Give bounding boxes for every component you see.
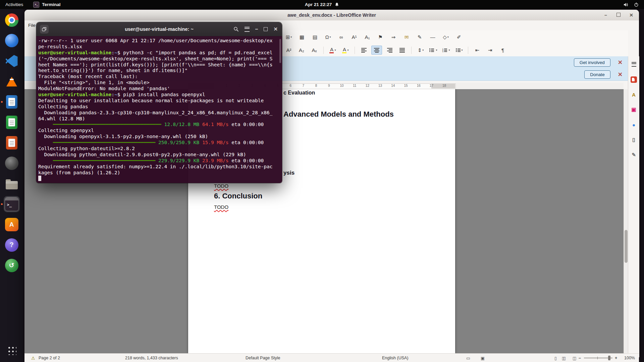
dock-chrome[interactable] — [4, 12, 20, 28]
infobar-close-icon[interactable]: ✕ — [618, 71, 623, 78]
draw-functions-icon[interactable]: ✐ — [453, 33, 464, 42]
basic-shapes-icon[interactable]: ◇▾ — [440, 33, 451, 42]
writer-minimize-button[interactable]: – — [603, 12, 609, 18]
heading-partial-analysis: ysis — [283, 170, 294, 176]
insert-footnote-icon[interactable]: A¹ — [349, 33, 360, 42]
track-changes-icon[interactable]: ✎ — [414, 33, 425, 42]
sidebar-menu-icon[interactable] — [630, 60, 638, 68]
formatting-marks-icon[interactable]: ¶ — [497, 46, 508, 55]
system-tray[interactable] — [623, 2, 644, 7]
writer-close-button[interactable]: ✕ — [628, 12, 634, 18]
terminal-line: File "<string>", line 1, in <module> — [38, 80, 282, 86]
hamburger-menu-icon[interactable] — [245, 27, 250, 32]
activities-button[interactable]: Activities — [5, 2, 23, 7]
styles-deck-icon[interactable]: ▣ — [630, 106, 638, 114]
dock-gimp[interactable] — [4, 155, 20, 171]
dock-vlc[interactable] — [4, 73, 20, 89]
align-right-icon[interactable] — [384, 46, 395, 55]
decrease-indent-icon[interactable]: ⇤ — [472, 46, 483, 55]
dock-browser[interactable] — [4, 33, 20, 49]
inspector-deck-icon[interactable]: ✎ — [630, 151, 638, 159]
status-language[interactable]: English (USA) — [382, 356, 409, 360]
numbered-list-icon[interactable]: 123▾ — [441, 46, 451, 55]
dock-libreoffice-writer[interactable] — [4, 94, 20, 110]
insert-image-icon[interactable]: ▦ — [297, 33, 307, 42]
terminal-maximize-button[interactable] — [264, 27, 268, 31]
dock-terminal[interactable] — [4, 196, 20, 212]
writer-maximize-button[interactable] — [615, 12, 622, 18]
menu-file[interactable]: File — [28, 23, 36, 28]
properties-deck-icon[interactable]: A — [630, 90, 638, 99]
insert-table-icon[interactable]: ⊞▾ — [283, 33, 294, 42]
align-center-icon[interactable] — [371, 46, 382, 55]
writer-title-bar[interactable]: awe_desk_env.docx - LibreOffice Writer –… — [24, 10, 639, 21]
get-involved-button[interactable]: Get involved — [574, 58, 610, 67]
zoom-out-button[interactable]: – — [579, 356, 581, 360]
highlight-color-icon[interactable]: A▾ — [340, 46, 351, 55]
ruler-number: 14 — [391, 84, 395, 87]
terminal-output[interactable]: -rw-r--r-- 1 user user 6068 Apr 21 22:17… — [36, 36, 282, 183]
selection-mode-icon[interactable]: ▭ — [466, 356, 470, 361]
focused-app-menu[interactable]: >_ Terminal — [33, 2, 60, 8]
outline-list-icon[interactable]: ▾ — [453, 46, 464, 55]
dock-files[interactable] — [4, 176, 20, 192]
dock-libreoffice-writer-icon — [6, 95, 17, 109]
single-page-view-icon[interactable]: ▯ — [554, 356, 557, 361]
terminal-line: ModuleNotFoundError: No module named 'pa… — [38, 86, 282, 92]
dock-libreoffice-impress[interactable] — [4, 135, 20, 151]
insert-line-icon[interactable]: — — [427, 33, 438, 42]
clear-formatting-icon[interactable]: Aₓ — [309, 46, 320, 55]
dock-backup[interactable] — [4, 257, 20, 274]
line-spacing-icon[interactable]: ⇕▾ — [415, 46, 426, 55]
dock-chrome-icon — [5, 13, 18, 27]
page-deck-icon[interactable]: ▯ — [630, 136, 638, 144]
new-terminal-button[interactable] — [40, 25, 49, 34]
status-page-count[interactable]: Page 2 of 2 — [39, 356, 60, 360]
dock-vscode[interactable] — [4, 53, 20, 69]
bullet-list-icon[interactable]: ▾ — [428, 46, 439, 55]
donate-button[interactable]: Donate — [584, 70, 610, 79]
scrollbar-thumb[interactable] — [625, 230, 628, 263]
status-page-style[interactable]: Default Page Style — [246, 356, 280, 360]
document-modified-icon[interactable]: ▣ — [481, 356, 485, 361]
font-color-icon[interactable]: A▾ — [327, 46, 338, 55]
libreoffice-logo[interactable] — [630, 75, 638, 83]
terminal-line: Collecting openpyxl — [38, 128, 282, 134]
ruler-number: 6 — [289, 84, 291, 87]
align-left-icon[interactable] — [359, 46, 369, 55]
terminal-minimize-button[interactable]: – — [255, 26, 258, 32]
insert-chart-icon[interactable]: ▤ — [310, 33, 320, 42]
insert-cross-reference-icon[interactable]: ⇒ — [388, 33, 399, 42]
search-icon[interactable] — [233, 26, 239, 32]
terminal-window: user@user-virtual-machine: ~ – ✕ -rw-r--… — [36, 22, 282, 183]
insert-bookmark-icon[interactable]: ⚑ — [375, 33, 386, 42]
zoom-in-button[interactable]: + — [615, 356, 617, 360]
book-view-icon[interactable]: ◫ — [573, 356, 577, 361]
navigator-deck-icon[interactable]: ● — [630, 121, 638, 129]
superscript-icon[interactable]: A² — [283, 46, 294, 55]
insert-comment-icon[interactable]: ✉ — [401, 33, 412, 42]
increase-indent-icon[interactable]: ⇥ — [485, 46, 495, 55]
subscript-icon[interactable]: A₂ — [296, 46, 307, 55]
zoom-level[interactable]: 100% — [624, 356, 635, 360]
infobar-close-icon[interactable]: ✕ — [618, 59, 623, 66]
terminal-title-bar[interactable]: user@user-virtual-machine: ~ – ✕ — [36, 22, 282, 37]
zoom-slider-thumb[interactable] — [608, 356, 610, 360]
terminal-close-button[interactable]: ✕ — [273, 26, 278, 32]
dock-help[interactable] — [4, 237, 20, 253]
status-word-count[interactable]: 218 words, 1,433 characters — [125, 356, 178, 360]
dock-libreoffice-calc[interactable] — [4, 114, 20, 130]
document-scrollbar[interactable] — [624, 89, 628, 353]
terminal-scrollbar-thumb[interactable] — [279, 39, 281, 63]
dock-app-grid[interactable] — [4, 342, 20, 358]
align-justify-icon[interactable] — [397, 46, 408, 55]
new-window-icon — [42, 27, 47, 32]
insert-endnote-icon[interactable]: A₁ — [362, 33, 373, 42]
status-warning-icon[interactable]: ⚠ — [31, 356, 35, 361]
dock-software[interactable] — [4, 217, 20, 233]
multi-page-view-icon[interactable]: ▯▯ — [562, 356, 565, 361]
clock[interactable]: Apr 21 22:27 — [305, 2, 339, 7]
insert-hyperlink-icon[interactable]: ∞ — [336, 33, 346, 42]
insert-special-char-icon[interactable]: Ω▾ — [323, 33, 333, 42]
terminal-line: Requirement already satisfied: numpy>=1.… — [38, 164, 282, 170]
